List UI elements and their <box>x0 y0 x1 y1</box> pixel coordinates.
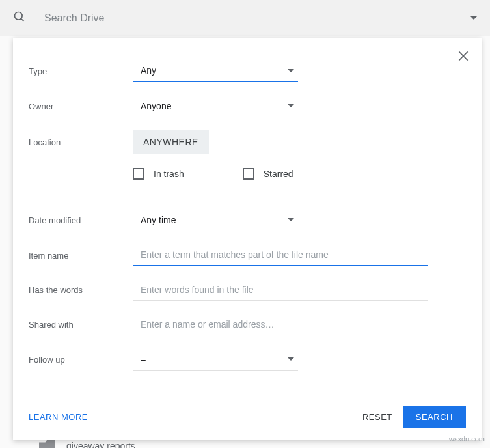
search-icon[interactable] <box>13 10 29 26</box>
location-label: Location <box>29 137 133 147</box>
svg-point-0 <box>15 12 23 20</box>
panel-footer: LEARN MORE RESET SEARCH <box>13 394 482 440</box>
location-button[interactable]: ANYWHERE <box>133 130 209 154</box>
chevron-down-icon <box>288 357 294 361</box>
owner-select[interactable]: Anyone <box>133 95 298 117</box>
has-words-input[interactable] <box>133 279 428 301</box>
date-modified-value: Any time <box>141 215 176 225</box>
owner-label: Owner <box>29 102 133 111</box>
date-modified-select[interactable]: Any time <box>133 209 298 231</box>
item-name-label: Item name <box>29 251 133 260</box>
follow-up-select[interactable]: – <box>133 348 298 371</box>
folder-icon <box>39 440 55 448</box>
in-trash-label: In trash <box>154 169 184 179</box>
svg-line-1 <box>21 18 24 21</box>
search-button[interactable]: SEARCH <box>403 406 466 428</box>
advanced-search-panel: Type Any Owner Anyone Location ANYWHERE <box>13 38 482 440</box>
shared-with-input[interactable] <box>133 314 428 335</box>
checkbox-icon <box>133 168 144 180</box>
divider <box>13 193 482 193</box>
file-name: giveaway reports <box>66 441 135 448</box>
search-bar <box>0 0 490 36</box>
has-words-label: Has the words <box>29 285 133 295</box>
type-value: Any <box>141 65 156 76</box>
starred-label: Starred <box>264 169 293 179</box>
file-row: giveaway reports <box>39 440 135 448</box>
date-modified-label: Date modified <box>29 216 133 225</box>
starred-checkbox[interactable]: Starred <box>243 168 293 180</box>
close-icon[interactable] <box>457 49 470 65</box>
chevron-down-icon[interactable] <box>470 16 477 20</box>
search-input[interactable] <box>29 12 470 24</box>
chevron-down-icon <box>288 69 294 72</box>
owner-value: Anyone <box>141 101 171 111</box>
learn-more-link[interactable]: LEARN MORE <box>29 412 88 422</box>
reset-button[interactable]: RESET <box>352 412 403 422</box>
chevron-down-icon <box>288 104 294 107</box>
shared-with-label: Shared with <box>29 320 133 329</box>
type-label: Type <box>29 66 133 76</box>
item-name-input[interactable] <box>133 244 428 266</box>
checkbox-icon <box>243 168 254 180</box>
follow-up-value: – <box>141 354 146 365</box>
watermark: wsxdn.com <box>449 435 485 443</box>
chevron-down-icon <box>288 218 294 221</box>
in-trash-checkbox[interactable]: In trash <box>133 168 184 180</box>
type-select[interactable]: Any <box>133 60 298 82</box>
follow-up-label: Follow up <box>29 355 133 365</box>
